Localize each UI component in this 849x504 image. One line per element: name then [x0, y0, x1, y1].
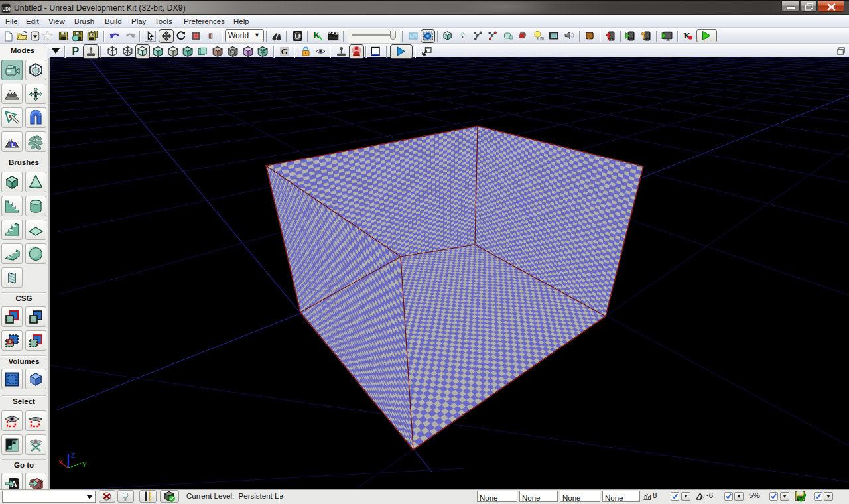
- svg-text:Y: Y: [82, 461, 87, 469]
- svg-text:P: P: [72, 46, 80, 57]
- svg-text:G: G: [281, 46, 288, 56]
- svg-text:m: m: [540, 36, 544, 40]
- svg-text:s: s: [231, 49, 234, 55]
- svg-text:x: x: [58, 458, 63, 466]
- svg-text:UDK: UDK: [2, 7, 11, 11]
- svg-text:Z: Z: [71, 452, 76, 460]
- svg-text:L: L: [11, 141, 15, 148]
